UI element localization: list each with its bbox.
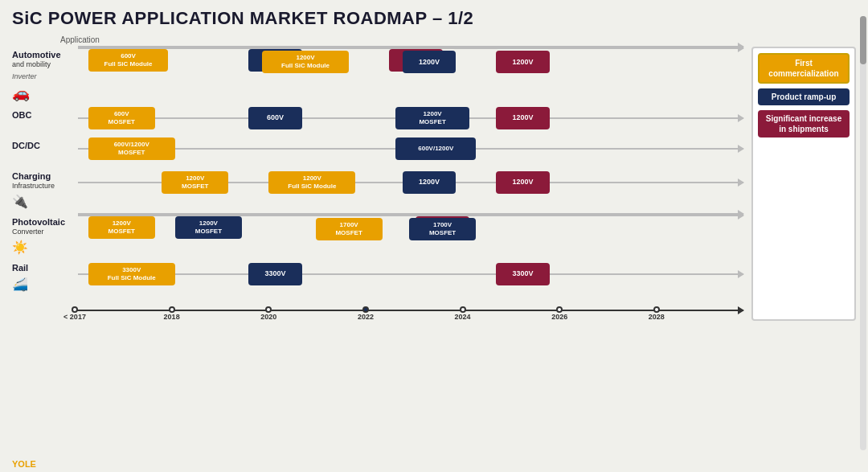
tick-2017: [72, 306, 78, 313]
tick-2024: [460, 306, 466, 313]
label-2020: 2020: [260, 313, 276, 321]
timeline-row-dcdc: 600V/1200VMOSFET 600V/1200V: [75, 134, 743, 163]
chip-1700v-mosfet-pv-yellow: 1700VMOSFET: [316, 218, 383, 240]
automotive-label: Automotive: [12, 50, 72, 60]
row-label-obc: OBC: [12, 104, 75, 121]
tick-2022: [362, 306, 369, 313]
chip-600v-mosfet-obc: 600VMOSFET: [88, 107, 155, 129]
label-2024: 2024: [455, 313, 471, 321]
label-2018: 2018: [164, 313, 180, 321]
timeline-axis: < 2017 2018 2020 2022 2024 2026 2028: [75, 297, 743, 321]
row-group-automotive: Automotive and mobility Inverter 🚗 600VF…: [12, 47, 743, 102]
label-2028: 2028: [649, 313, 665, 321]
rail-label: Rail: [12, 263, 72, 273]
app-column-label: Application: [60, 35, 100, 44]
timeline-grid: Automotive and mobility Inverter 🚗 600VF…: [12, 47, 743, 321]
charging-sub: Infrastructure: [12, 182, 72, 191]
legend: First commercialization Product ramp-up …: [751, 47, 856, 321]
chip-3300v-maroon: 3300V: [496, 263, 550, 285]
obc-label: OBC: [12, 110, 72, 121]
chip-1200v-mosfet-obc: 1200VMOSFET: [395, 107, 469, 129]
dcdc-label: DC/DC: [12, 141, 72, 151]
chip-1200v-mosfet-navy-pv: 1200VMOSFET: [175, 216, 242, 239]
row-group-rail: Rail 🚄 3300VFull SiC Module 3300V 3300V: [12, 260, 743, 292]
legend-first-comm: First commercialization: [758, 53, 850, 84]
chip-1200v-full-sic: 1200VFull SiC Module: [262, 51, 349, 73]
tick-2020: [265, 306, 272, 313]
row-group-dcdc: DC/DC 600V/1200VMOSFET 600V/1200V: [12, 134, 743, 163]
chip-1200v-navy-auto: 1200V: [403, 51, 457, 73]
tick-2026: [556, 306, 563, 313]
automotive-sub: and mobility: [12, 60, 72, 69]
chip-600v-full-sic-1: 600VFull SiC Module: [88, 49, 169, 72]
row-group-photovoltaic: Photovoltaic Converter ☀️ 1200VMOSFET 12…: [12, 214, 743, 255]
tick-2018: [169, 306, 175, 313]
timeline-row-charging: 1200VMOSFET 1200VFull SiC Module 1200V 1…: [75, 168, 743, 197]
charger-icon: 🔌: [12, 194, 72, 209]
timeline-row-obc: 600VMOSFET 600V 1200VMOSFET 1200V: [75, 104, 743, 133]
chip-1700v-mosfet-navy-pv: 1700VMOSFET: [409, 218, 476, 240]
chip-3300v-navy: 3300V: [248, 263, 302, 285]
car-icon: 🚗: [12, 84, 72, 102]
page-container: SiC POWER APPLICATION MARKET ROADMAP – 1…: [0, 0, 868, 472]
legend-product-rampup: Product ramp-up: [758, 88, 850, 105]
chip-600v-1200v-navy: 600V/1200V: [395, 137, 476, 160]
photovoltaic-sub: Converter: [12, 228, 72, 236]
photovoltaic-label: Photovoltaic: [12, 217, 72, 228]
legend-significant-increase: Significant increase in shipments: [758, 110, 850, 137]
row-group-obc: OBC 600VMOSFET 600V 1200VMOSFET 1200V: [12, 104, 743, 133]
chip-1200v-mosfet-pv: 1200VMOSFET: [88, 216, 155, 239]
row-label-photovoltaic: Photovoltaic Converter ☀️: [12, 214, 75, 255]
timeline-row-rail: 3300VFull SiC Module 3300V 3300V: [75, 260, 743, 289]
solar-icon: ☀️: [12, 240, 72, 255]
row-label-rail: Rail 🚄: [12, 260, 75, 292]
chip-1200v-maroon-obc: 1200V: [496, 107, 550, 129]
tick-2028: [653, 306, 660, 313]
label-2026: 2026: [551, 313, 567, 321]
row-group-charging: Charging Infrastructure 🔌 1200VMOSFET 12…: [12, 168, 743, 209]
inverter-label: Inverter: [12, 72, 72, 81]
scrollbar[interactable]: [860, 16, 866, 450]
chip-1200v-maroon-charging: 1200V: [496, 171, 550, 194]
axis-line: [75, 310, 743, 311]
chip-1200v-maroon-auto: 1200V: [496, 51, 550, 73]
page-title: SiC POWER APPLICATION MARKET ROADMAP – 1…: [12, 8, 856, 29]
row-label-automotive: Automotive and mobility Inverter 🚗: [12, 47, 75, 102]
main-content: Application Automotive and mobility Inve…: [12, 35, 856, 321]
row-label-dcdc: DC/DC: [12, 134, 75, 151]
chip-1200v-full-sic-charging: 1200VFull SiC Module: [268, 171, 355, 194]
yole-brand: YOLE: [12, 459, 36, 469]
chip-1200v-navy-charging: 1200V: [403, 171, 457, 194]
chip-1200v-mosfet-charging: 1200VMOSFET: [162, 171, 228, 194]
label-2017: < 2017: [63, 313, 86, 321]
train-icon: 🚄: [12, 277, 72, 292]
chip-600v-navy-obc: 600V: [248, 107, 302, 129]
chip-600v-1200v-mosfet: 600V/1200VMOSFET: [88, 137, 175, 160]
row-label-charging: Charging Infrastructure 🔌: [12, 168, 75, 209]
chip-3300v-full-sic: 3300VFull SiC Module: [88, 263, 175, 285]
row-arrow-rail: [78, 273, 743, 275]
scrollbar-thumb[interactable]: [860, 16, 866, 64]
label-2022: 2022: [358, 313, 374, 321]
chart-area: Application Automotive and mobility Inve…: [12, 35, 743, 321]
charging-label: Charging: [12, 171, 72, 182]
